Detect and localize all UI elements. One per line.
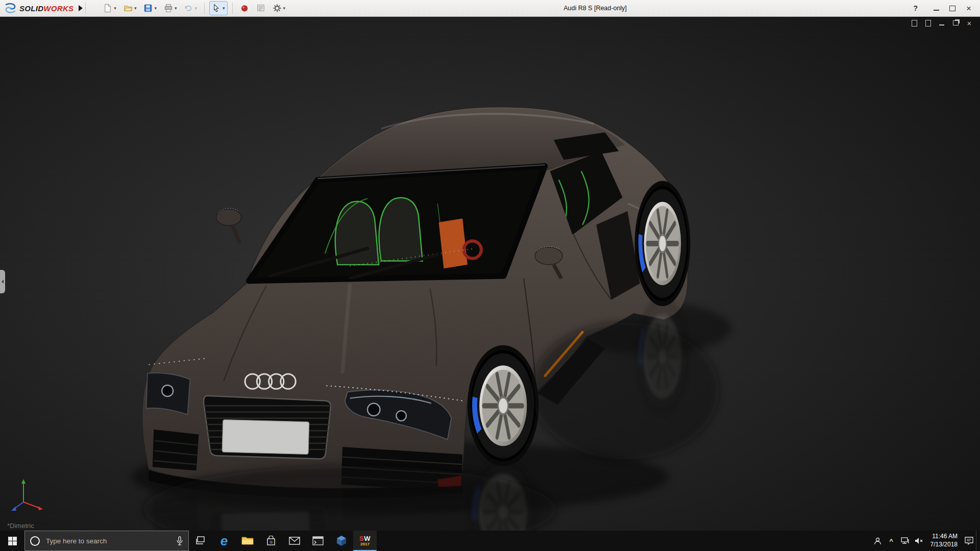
y-axis-arrow — [21, 479, 26, 484]
print-icon — [164, 4, 173, 13]
file-explorer-icon — [241, 536, 254, 546]
mdi-window-icon[interactable] — [911, 19, 918, 27]
x-axis-arrow — [38, 506, 43, 510]
chevron-up-icon: ^ — [889, 537, 893, 545]
minimize-icon — [934, 10, 939, 11]
separator — [85, 3, 86, 14]
orientation-triad — [8, 475, 49, 516]
sw-icon-s: S — [359, 535, 364, 542]
solidworks-logo: SOLIDWORKS — [4, 3, 74, 13]
tray-volume-button[interactable] — [912, 531, 926, 551]
document-window-controls: × — [911, 19, 973, 27]
close-button[interactable]: × — [961, 1, 977, 16]
minimize-button[interactable] — [928, 1, 944, 16]
start-button[interactable] — [0, 531, 24, 551]
options-button[interactable]: ▾ — [270, 1, 288, 15]
open-document-icon — [124, 4, 133, 13]
search-input[interactable] — [45, 537, 176, 545]
mdi-window-icon[interactable] — [924, 19, 932, 27]
task-pane-collapse-tab[interactable] — [0, 270, 5, 293]
display-settings-button[interactable] — [254, 1, 268, 15]
taskbar: e — [0, 531, 980, 551]
menu-expand-button[interactable] — [79, 5, 83, 11]
graphics-area[interactable]: × *Dimetric — [0, 16, 980, 531]
dropdown-arrow[interactable]: ▾ — [194, 6, 197, 11]
headlight-left[interactable] — [146, 373, 190, 414]
taskbar-app-solidworks[interactable]: SW 2017 — [353, 531, 377, 551]
maximize-button[interactable] — [944, 1, 961, 16]
edge-icon: e — [220, 534, 228, 547]
sw-icon-w: W — [364, 535, 371, 542]
brand-works: WORKS — [43, 4, 74, 13]
clock-date: 7/13/2018 — [930, 541, 958, 549]
dropdown-arrow[interactable]: ▾ — [114, 6, 116, 11]
store-icon — [266, 536, 276, 546]
screen: SOLIDWORKS ▾ ▾ ▾ — [0, 0, 980, 551]
taskbar-app-mail[interactable] — [283, 531, 306, 551]
taskbar-search[interactable] — [24, 531, 189, 551]
rear-wheel[interactable] — [635, 181, 691, 306]
save-icon — [143, 4, 153, 13]
dropdown-arrow[interactable]: ▾ — [134, 6, 137, 11]
clock-time: 11:46 AM — [932, 533, 958, 541]
cube-app-icon — [336, 535, 347, 546]
help-button[interactable]: ? — [913, 4, 918, 12]
print-button[interactable]: ▾ — [161, 1, 180, 15]
taskbar-clock[interactable]: 11:46 AM 7/13/2018 — [926, 531, 962, 551]
windows-logo-icon — [8, 537, 17, 545]
mdi-close-icon[interactable]: × — [966, 19, 973, 27]
tray-people-button[interactable] — [871, 531, 885, 551]
save-button[interactable]: ▾ — [141, 1, 159, 15]
front-wheel[interactable] — [468, 345, 539, 466]
dropdown-arrow[interactable]: ▾ — [283, 6, 286, 11]
titlebar: SOLIDWORKS ▾ ▾ ▾ — [0, 0, 980, 17]
sw-icon-year: 2017 — [360, 542, 370, 546]
action-center-button[interactable] — [962, 531, 976, 551]
gear-icon — [273, 4, 282, 13]
dropdown-arrow[interactable]: ▾ — [154, 6, 157, 11]
display-settings-icon — [256, 4, 265, 13]
close-icon: × — [966, 4, 971, 13]
new-document-button[interactable]: ▾ — [101, 1, 119, 15]
dropdown-arrow[interactable]: ▾ — [223, 6, 225, 11]
quick-toolbar: ▾ ▾ ▾ ▾ — [101, 1, 288, 15]
window-controls: ? × — [913, 1, 977, 16]
select-cursor-icon — [212, 4, 221, 13]
tray-network-button[interactable] — [898, 531, 912, 551]
taskbar-app-window[interactable] — [306, 531, 330, 551]
3ds-logo-icon — [4, 3, 17, 13]
view-orientation-label: *Dimetric — [7, 522, 34, 530]
solidworks-app-icon: SW 2017 — [359, 535, 371, 546]
appearances-button[interactable] — [237, 1, 252, 15]
task-view-button[interactable] — [189, 531, 212, 551]
taskbar-app-edge[interactable]: e — [212, 531, 236, 551]
open-document-button[interactable]: ▾ — [121, 1, 139, 15]
undo-icon — [184, 4, 193, 13]
separator — [204, 3, 205, 14]
mdi-restore-icon[interactable] — [952, 19, 959, 27]
app-window-icon — [312, 536, 324, 545]
tray-expand-button[interactable]: ^ — [885, 531, 898, 551]
microphone-icon[interactable] — [176, 536, 183, 545]
brand-text: SOLIDWORKS — [19, 4, 74, 13]
window-title: Audi R8 S [Read-only] — [564, 5, 627, 12]
mail-icon — [289, 537, 300, 545]
dropdown-arrow[interactable]: ▾ — [175, 6, 177, 11]
task-view-icon — [195, 536, 206, 545]
person-icon — [874, 537, 881, 545]
undo-button[interactable]: ▾ — [181, 1, 200, 15]
license-plate[interactable] — [222, 420, 309, 455]
taskbar-app-file-explorer[interactable] — [236, 531, 259, 551]
taskbar-spacer — [377, 531, 871, 551]
select-tool-button[interactable]: ▾ — [209, 1, 228, 15]
show-desktop-button[interactable] — [976, 531, 980, 551]
separator — [232, 3, 233, 14]
3d-model-scene[interactable] — [0, 16, 980, 531]
maximize-icon — [949, 6, 955, 11]
new-document-icon — [103, 4, 112, 13]
taskbar-app-store[interactable] — [259, 531, 283, 551]
cortana-icon — [30, 536, 40, 546]
taskbar-app-cube[interactable] — [330, 531, 353, 551]
speaker-icon — [915, 537, 923, 544]
mdi-minimize-icon[interactable] — [938, 19, 945, 27]
